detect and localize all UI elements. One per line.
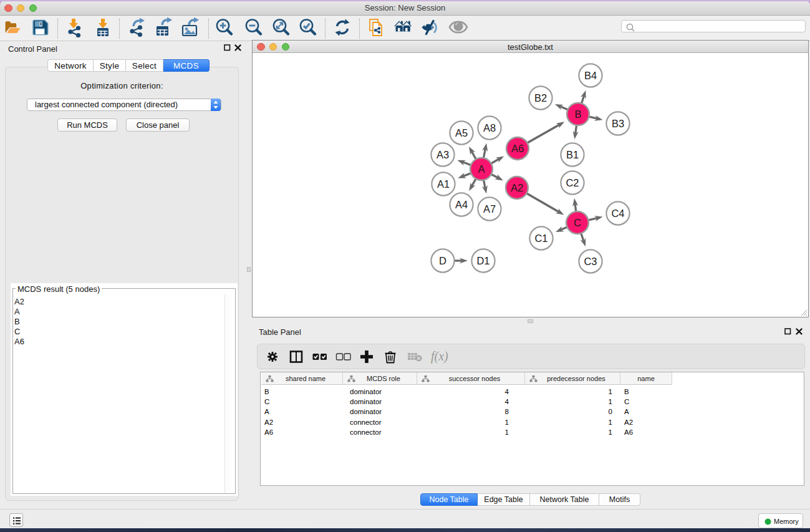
svg-text:A3: A3 <box>436 149 449 160</box>
svg-text:B1: B1 <box>566 149 579 160</box>
svg-text:D: D <box>439 255 446 266</box>
svg-text:A8: A8 <box>483 122 496 133</box>
svg-text:A4: A4 <box>455 199 468 210</box>
svg-text:D1: D1 <box>476 255 489 266</box>
svg-text:C4: C4 <box>611 208 624 219</box>
svg-text:A5: A5 <box>455 127 468 138</box>
svg-text:A6: A6 <box>511 143 524 154</box>
svg-text:B3: B3 <box>612 118 624 129</box>
svg-text:A1: A1 <box>437 178 450 190</box>
svg-text:B: B <box>574 109 581 120</box>
svg-text:C: C <box>574 217 581 228</box>
svg-text:A: A <box>478 163 485 175</box>
svg-text:A7: A7 <box>483 203 496 215</box>
svg-text:A2: A2 <box>511 182 523 193</box>
svg-text:C3: C3 <box>584 256 597 267</box>
svg-text:C1: C1 <box>534 233 547 244</box>
svg-text:C2: C2 <box>566 177 579 188</box>
svg-text:B2: B2 <box>534 92 547 104</box>
svg-text:B4: B4 <box>584 70 597 81</box>
